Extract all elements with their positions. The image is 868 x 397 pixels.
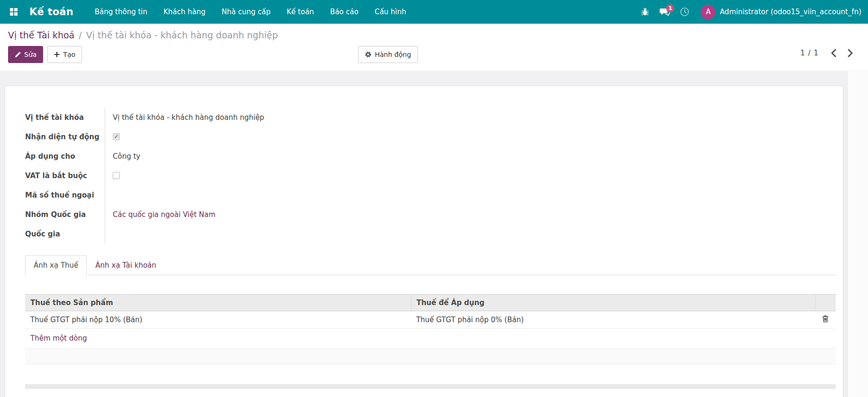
add-line-row: Thêm một dòng — [25, 329, 836, 349]
tab-tax-mapping[interactable]: Ánh xạ Thuế — [25, 255, 87, 275]
control-panel-buttons: Sửa Tạo Hành động — [0, 42, 868, 70]
table-header-row: Thuế theo Sản phẩm Thuế để Áp dụng — [25, 295, 836, 311]
app-name[interactable]: Kế toán — [25, 6, 78, 18]
breadcrumb-parent-link[interactable]: Vị thế Tài khoá — [8, 30, 74, 40]
notebook-tabs: Ánh xạ Thuế Ánh xạ Tài khoản — [25, 255, 836, 275]
menu-item-dashboard[interactable]: Bảng thông tin — [87, 0, 155, 24]
debug-button[interactable] — [636, 3, 653, 20]
user-avatar: A — [701, 5, 715, 19]
chevron-left-icon — [831, 49, 836, 57]
field-label-foreign-tax-id: Mã số thuế ngoại — [25, 191, 94, 199]
field-value-apply-to: Công ty — [113, 152, 140, 161]
apps-menu-button[interactable] — [7, 5, 21, 19]
main-menu: Bảng thông tin Khách hàng Nhà cung cấp K… — [87, 0, 414, 24]
chevron-right-icon — [848, 49, 853, 57]
odoo-app-window: Kế toán Bảng thông tin Khách hàng Nhà cu… — [0, 0, 868, 397]
edit-button[interactable]: Sửa — [8, 46, 43, 63]
column-header-actions — [815, 295, 836, 311]
field-label-vat-required: VAT là bắt buộc — [25, 171, 87, 180]
create-button[interactable]: Tạo — [47, 46, 82, 63]
field-label-auto-detect: Nhận diện tự động — [25, 133, 99, 141]
plus-icon — [54, 52, 60, 57]
action-menu-button[interactable]: Hành động — [358, 46, 418, 63]
field-label-country-group: Nhóm Quốc gia — [25, 210, 86, 219]
menu-item-configuration[interactable]: Cấu hình — [367, 0, 415, 24]
notebook: Ánh xạ Thuế Ánh xạ Tài khoản Thuế theo S… — [25, 255, 836, 389]
add-line-link[interactable]: Thêm một dòng — [30, 334, 87, 343]
cell-tax-to-apply[interactable]: Thuế GTGT phải nộp 0% (Bán) — [411, 311, 815, 329]
column-header-tax-on-product[interactable]: Thuế theo Sản phẩm — [25, 295, 411, 311]
trash-icon — [822, 316, 829, 325]
content-area: Vị thế tài khóa Nhận diện tự động Áp dụn… — [0, 71, 848, 397]
messages-count-badge: 1 — [666, 4, 674, 12]
activities-button[interactable] — [676, 3, 693, 20]
country-group-link[interactable]: Các quốc gia ngoài Việt Nam — [113, 210, 216, 219]
cell-tax-on-product[interactable]: Thuế GTGT phải nộp 10% (Bán) — [25, 311, 411, 329]
bug-icon — [641, 8, 649, 16]
empty-row — [25, 349, 836, 364]
top-navbar: Kế toán Bảng thông tin Khách hàng Nhà cu… — [0, 0, 868, 24]
tab-account-mapping[interactable]: Ánh xạ Tài khoản — [87, 255, 165, 275]
breadcrumb-separator: / — [79, 30, 81, 40]
fiscal-position-field-group: Vị thế tài khóa Nhận diện tự động Áp dụn… — [25, 108, 452, 244]
delete-row-button[interactable] — [815, 311, 836, 329]
column-header-tax-to-apply[interactable]: Thuế để Áp dụng — [411, 295, 815, 311]
table-footer — [25, 384, 836, 389]
empty-row — [25, 364, 836, 384]
control-panel: Vị thế Tài khoá / Vị thế tài khóa - khác… — [0, 24, 868, 70]
tax-mapping-table: Thuế theo Sản phẩm Thuế để Áp dụng Thuế … — [25, 294, 836, 389]
auto-detect-checkbox[interactable]: ✓ — [113, 133, 120, 140]
record-pager: 1 / 1 — [800, 49, 853, 57]
clock-icon — [680, 7, 689, 17]
field-label-apply-to: Áp dụng cho — [25, 152, 75, 161]
table-row[interactable]: Thuế GTGT phải nộp 10% (Bán) Thuế GTGT p… — [25, 311, 836, 329]
menu-item-vendors[interactable]: Nhà cung cấp — [214, 0, 279, 24]
navbar-systray: 1 A Administrator (odoo15_viin_account_f… — [636, 3, 861, 20]
field-label-country: Quốc gia — [25, 230, 60, 238]
menu-item-accounting[interactable]: Kế toán — [279, 0, 322, 24]
pencil-icon — [15, 52, 21, 58]
form-sheet: Vị thế tài khóa Nhận diện tự động Áp dụn… — [5, 86, 843, 397]
pager-next-button[interactable] — [848, 49, 853, 57]
gear-icon — [365, 51, 371, 58]
breadcrumb: Vị thế Tài khoá / Vị thế tài khóa - khác… — [0, 24, 868, 42]
field-value-fiscal-position: Vị thế tài khóa - khách hàng doanh nghiệ… — [113, 113, 264, 122]
field-label-fiscal-position: Vị thế tài khóa — [25, 113, 84, 122]
user-name: Administrator (odoo15_viin_account_fn) — [720, 8, 861, 16]
menu-item-customers[interactable]: Khách hàng — [155, 0, 214, 24]
user-menu[interactable]: A Administrator (odoo15_viin_account_fn) — [701, 5, 861, 19]
breadcrumb-current: Vị thế tài khóa - khách hàng doanh nghiệ… — [86, 30, 278, 40]
pager-previous-button[interactable] — [831, 49, 836, 57]
menu-item-reports[interactable]: Báo cáo — [322, 0, 367, 24]
pager-counter: 1 / 1 — [800, 49, 819, 57]
vat-required-checkbox[interactable] — [113, 172, 120, 179]
messages-button[interactable]: 1 — [656, 3, 673, 20]
apps-grid-icon — [9, 8, 18, 16]
